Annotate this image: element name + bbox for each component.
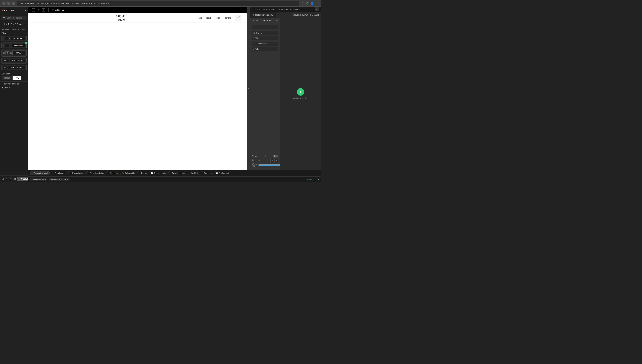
settings-icon[interactable]: ⚙ bbox=[14, 178, 16, 180]
nav-contact[interactable]: contact bbox=[225, 17, 231, 19]
back-arrow-icon: ‹ bbox=[2, 23, 3, 25]
chip-product-rating[interactable]: ★ Product rating bbox=[68, 171, 86, 175]
sticky-toggle[interactable] bbox=[273, 155, 278, 158]
desktop-view-btn[interactable]: 🖥 bbox=[2, 177, 4, 181]
url-bar[interactable]: localhost:8888/woocommerce_test/wp-admin… bbox=[17, 1, 299, 6]
qty-minus-btn[interactable]: − bbox=[32, 8, 35, 12]
style-option-4[interactable]: 1▾ ADD TO CART bbox=[2, 58, 27, 64]
alignment-label: Alignment bbox=[252, 159, 260, 162]
button-icon: ⬡ bbox=[139, 172, 141, 174]
short-description-icon: ≡ bbox=[88, 172, 89, 174]
add-to-cart-style3: ADD TO CART bbox=[13, 50, 25, 55]
radio-icon-right: ○ bbox=[10, 44, 11, 46]
section-settings-icon[interactable]: ⚙ bbox=[255, 19, 258, 22]
section-header: + ⚙ SECTION2 🗑 bbox=[250, 18, 280, 23]
add-to-cart-style2: ADD TO CART bbox=[12, 44, 25, 46]
chip-sizing-guide[interactable]: 📏 Sizing guide bbox=[120, 171, 136, 175]
align-left-btn[interactable]: ≡ bbox=[267, 158, 271, 162]
menu-icon[interactable]: ⋮ bbox=[315, 2, 319, 5]
selected-checkmark: ✓ bbox=[25, 42, 28, 44]
section-item-title[interactable]: T Title bbox=[252, 36, 278, 40]
alignment-buttons: ≡ ≡ ≡ bbox=[267, 158, 278, 162]
section-title: SECTION2 bbox=[259, 20, 275, 22]
connection-block-icon: ⬡ bbox=[32, 172, 33, 174]
extensions-icon[interactable]: ⬡ bbox=[305, 2, 309, 5]
chip-short-description[interactable]: ≡ Short description bbox=[86, 171, 105, 175]
sidebar: XXSTORE × 🔍 ‹ Add To Cart & Quantity ▤ M… bbox=[0, 7, 28, 182]
show-all-button[interactable]: Show all bbox=[307, 178, 314, 180]
grid-icon: ⊞ bbox=[3, 52, 5, 54]
builder-content: + ⚙ SECTION2 🗑 🖼 Gallery T Title bbox=[250, 18, 321, 170]
editing-bar: YOU ARE EDITING DEFAULT SINGLE PRODUCT -… bbox=[250, 7, 321, 12]
preview-header: − 1 + 🛒 Add to cart bbox=[28, 7, 247, 13]
add-section-label: Add new section bbox=[293, 97, 308, 99]
profile-icon[interactable]: 👤 bbox=[310, 2, 314, 5]
section-item-gallery[interactable]: 🖼 Gallery bbox=[252, 31, 278, 35]
expand-btn[interactable]: ⌄ bbox=[315, 7, 319, 11]
forward-button[interactable]: › bbox=[7, 2, 11, 5]
chip-request-quote[interactable]: 💬 Request quote bbox=[149, 171, 167, 175]
chip-connection-block[interactable]: ⬡ Connection block bbox=[30, 171, 50, 175]
file-item-2[interactable]: xstore-child-exp....dat ▾ bbox=[49, 178, 70, 181]
chip-bought-together[interactable]: ⊞ Bought together bbox=[168, 171, 187, 175]
minus-icon: − bbox=[2, 83, 3, 85]
chip-wishlist[interactable]: ♥ Wishlist bbox=[188, 171, 199, 175]
add-section-button[interactable]: + bbox=[297, 88, 304, 96]
style-option-5[interactable]: 1 0 ADD TO CART bbox=[2, 65, 27, 70]
back-navigation[interactable]: ‹ Add To Cart & Quantity bbox=[0, 22, 28, 27]
main-config-section: ▤ MAIN CONFIGURATION bbox=[0, 27, 28, 31]
site-navigation: shop about social contact 🛒 bbox=[198, 15, 241, 21]
direction-column-btn[interactable]: column bbox=[2, 76, 13, 80]
search-input[interactable] bbox=[7, 17, 25, 19]
tablet-view-btn[interactable]: 📱 bbox=[5, 177, 8, 181]
section-placeholder bbox=[252, 25, 278, 29]
site-logo: singular audio bbox=[116, 14, 126, 21]
direction-row-btn[interactable]: row bbox=[13, 76, 21, 80]
attributes-icon: ≡ bbox=[108, 172, 109, 174]
file2-arrow: ▾ bbox=[67, 178, 68, 180]
main-layout: XXSTORE × 🔍 ‹ Add To Cart & Quantity ▤ M… bbox=[0, 7, 321, 182]
chip-compare[interactable]: ⟲ Compare bbox=[200, 171, 213, 175]
templates-tab[interactable]: ⟲ Multiple Templates (1) bbox=[250, 12, 276, 18]
mobile-view-btn[interactable]: 📱 bbox=[9, 177, 12, 181]
back-button[interactable]: ‹ bbox=[2, 2, 6, 5]
title-icon: T bbox=[253, 37, 254, 39]
align-center-btn[interactable]: ≡ bbox=[271, 158, 274, 162]
sizing-guide-icon: 📏 bbox=[122, 172, 124, 174]
section-delete-icon[interactable]: 🗑 bbox=[275, 19, 278, 22]
chip-product-meta[interactable]: 📋 Product met... bbox=[214, 171, 232, 175]
chip-breadcrumbs[interactable]: ⋯ Breadcrumbs bbox=[51, 171, 68, 175]
toggle-off-text: off bbox=[264, 155, 266, 157]
style-options: − 1 + ADD TO CART ○ 1 ○ ADD TO CART ✓ ⊞ … bbox=[0, 35, 28, 71]
cart-icon-btn[interactable]: 🛒 bbox=[235, 15, 241, 21]
nav-social[interactable]: social bbox=[214, 17, 221, 19]
preview-add-to-cart-btn[interactable]: 🛒 Add to cart bbox=[48, 8, 68, 12]
reload-button[interactable]: ↻ bbox=[12, 2, 15, 5]
description-icon: ◇ bbox=[253, 43, 255, 45]
nav-shop[interactable]: shop bbox=[198, 17, 202, 19]
section-item-description[interactable]: ◇ Full Description bbox=[252, 42, 278, 46]
button-styles-section: − BUTTON STYLES Typeface bbox=[0, 81, 28, 90]
cart-icon: 🛒 bbox=[52, 9, 54, 11]
section-item-tabs[interactable]: ≡ Tabs bbox=[252, 47, 278, 51]
sidebar-close-button[interactable]: × bbox=[25, 9, 26, 12]
radio-icon-left: ○ bbox=[3, 44, 4, 46]
section-add-icon[interactable]: + bbox=[252, 19, 255, 22]
collapse-button[interactable]: ‹ bbox=[247, 7, 250, 170]
request-quote-icon: 💬 bbox=[151, 172, 153, 174]
style-option-1[interactable]: − 1 + ADD TO CART bbox=[2, 36, 27, 42]
chip-button[interactable]: ⬡ Button bbox=[137, 171, 148, 175]
style-option-3[interactable]: ⊞ 1 ⊟ ADD TO CART bbox=[2, 49, 27, 57]
bookmark-icon[interactable]: ☆ bbox=[300, 2, 304, 5]
width-slider[interactable] bbox=[258, 164, 282, 166]
file-item-1[interactable]: xstore-export.dat ▾ bbox=[30, 178, 47, 181]
sidebar-bottom: 🖥 📱 📱 ⚙ PUBLISHED bbox=[0, 176, 28, 182]
align-right-btn[interactable]: ≡ bbox=[275, 158, 278, 162]
nav-about[interactable]: about bbox=[206, 17, 211, 19]
style-option-2[interactable]: ○ 1 ○ ADD TO CART ✓ bbox=[2, 42, 27, 48]
chip-attributes[interactable]: ≡ Attributes bbox=[106, 171, 119, 175]
preview-content bbox=[28, 22, 247, 170]
files-close-btn[interactable]: × bbox=[317, 178, 319, 181]
sidebar-search[interactable]: 🔍 bbox=[2, 16, 27, 20]
qty-plus-btn[interactable]: + bbox=[42, 8, 45, 12]
